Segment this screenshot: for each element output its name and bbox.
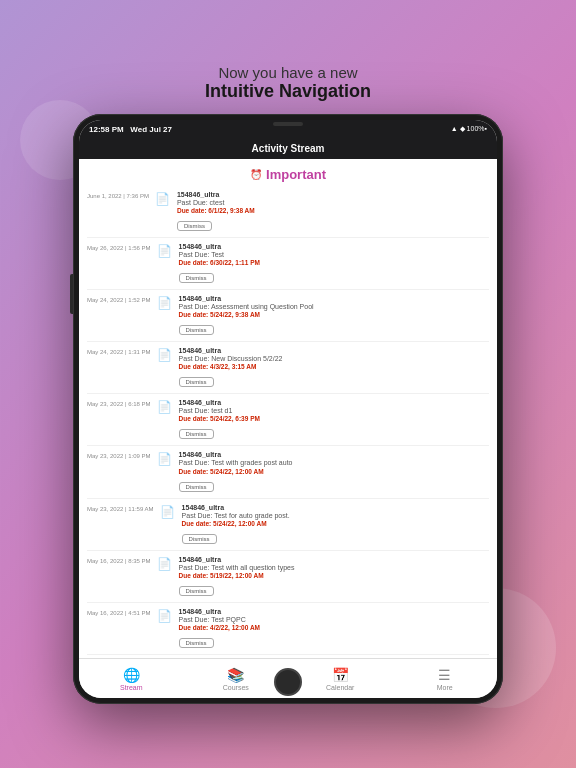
tab-calendar[interactable]: 📅 Calendar — [288, 659, 393, 698]
item-body: 154846_ultra Past Due: New Discussion 5/… — [179, 347, 489, 388]
item-due: Due date: 5/24/22, 12:00 AM — [179, 468, 489, 475]
status-icons: ▲ ◆ 100%▪ — [451, 125, 487, 133]
stream-item: May 23, 2022 | 6:18 PM 📄 154846_ultra Pa… — [87, 394, 489, 446]
dismiss-button[interactable]: Dismiss — [177, 221, 212, 231]
item-icon: 📄 — [157, 556, 173, 572]
item-date: May 24, 2022 | 1:52 PM — [87, 295, 151, 304]
stream-item: May 16, 2022 | 4:51 PM 📄 154846_ultra Pa… — [87, 603, 489, 655]
tab-icon: ☰ — [438, 667, 451, 683]
item-desc: Past Due: Assessment using Question Pool — [179, 302, 489, 311]
item-course: 154846_ultra — [179, 399, 489, 406]
tab-icon: 📚 — [227, 667, 244, 683]
item-date: May 23, 2022 | 11:59 AM — [87, 504, 154, 513]
item-course: 154846_ultra — [179, 347, 489, 354]
header-title: Intuitive Navigation — [205, 81, 371, 102]
item-date: May 16, 2022 | 4:51 PM — [87, 608, 151, 617]
dismiss-button[interactable]: Dismiss — [179, 377, 214, 387]
item-course: 154846_ultra — [179, 608, 489, 615]
item-desc: Past Due: ctest — [177, 198, 489, 207]
item-due: Due date: 5/24/22, 6:39 PM — [179, 415, 489, 422]
item-body: 154846_ultra Past Due: Test Due date: 6/… — [179, 243, 489, 284]
nav-title: Activity Stream — [252, 143, 325, 154]
item-course: 154846_ultra — [179, 243, 489, 250]
tab-label: Stream — [120, 684, 143, 691]
tab-more[interactable]: ☰ More — [393, 659, 498, 698]
important-label: Important — [266, 167, 326, 182]
important-header: ⏰ Important — [79, 159, 497, 186]
item-desc: Past Due: Test with grades post auto — [179, 458, 489, 467]
stream-item: May 24, 2022 | 1:52 PM 📄 154846_ultra Pa… — [87, 290, 489, 342]
tab-icon: 📅 — [332, 667, 349, 683]
item-icon: 📄 — [157, 608, 173, 624]
item-desc: Past Due: Test — [179, 250, 489, 259]
stream-list: June 1, 2022 | 7:36 PM 📄 154846_ultra Pa… — [79, 186, 497, 658]
item-icon: 📄 — [157, 243, 173, 259]
item-body: 154846_ultra Past Due: Test for auto gra… — [182, 504, 489, 545]
item-date: May 23, 2022 | 6:18 PM — [87, 399, 151, 408]
tab-label: More — [437, 684, 453, 691]
item-due: Due date: 6/1/22, 9:38 AM — [177, 207, 489, 214]
item-date: June 1, 2022 | 7:36 PM — [87, 191, 149, 200]
item-icon: 📄 — [157, 451, 173, 467]
tab-stream[interactable]: 🌐 Stream — [79, 659, 184, 698]
item-icon: 📄 — [157, 295, 173, 311]
item-icon: 📄 — [155, 191, 171, 207]
tab-label: Calendar — [326, 684, 354, 691]
stream-item: May 16, 2022 | 8:35 PM 📄 154846_ultra Pa… — [87, 551, 489, 603]
home-button[interactable] — [274, 668, 302, 696]
item-date: May 26, 2022 | 1:56 PM — [87, 243, 151, 252]
speaker — [273, 122, 303, 126]
item-date: May 24, 2022 | 1:31 PM — [87, 347, 151, 356]
dismiss-button[interactable]: Dismiss — [182, 534, 217, 544]
item-due: Due date: 5/19/22, 12:00 AM — [179, 572, 489, 579]
stream-item: June 1, 2022 | 7:36 PM 📄 154846_ultra Pa… — [87, 186, 489, 238]
item-body: 154846_ultra Past Due: Test PQPC Due dat… — [179, 608, 489, 649]
item-icon: 📄 — [160, 504, 176, 520]
stream-item: May 23, 2022 | 11:59 AM 📄 154846_ultra P… — [87, 499, 489, 551]
item-body: 154846_ultra Past Due: Test with all que… — [179, 556, 489, 597]
main-content: ⏰ Important June 1, 2022 | 7:36 PM 📄 154… — [79, 159, 497, 658]
item-body: 154846_ultra Past Due: Assessment using … — [179, 295, 489, 336]
item-desc: Past Due: Test with all question types — [179, 563, 489, 572]
tab-courses[interactable]: 📚 Courses — [184, 659, 289, 698]
stream-item: May 24, 2022 | 1:31 PM 📄 154846_ultra Pa… — [87, 342, 489, 394]
status-time: 12:58 PM Wed Jul 27 — [89, 125, 172, 134]
dismiss-button[interactable]: Dismiss — [179, 638, 214, 648]
item-due: Due date: 5/24/22, 12:00 AM — [182, 520, 489, 527]
ipad-screen: 12:58 PM Wed Jul 27 ▲ ◆ 100%▪ Activity S… — [79, 120, 497, 698]
item-course: 154846_ultra — [179, 295, 489, 302]
item-desc: Past Due: Test for auto grade post. — [182, 511, 489, 520]
item-due: Due date: 4/2/22, 12:00 AM — [179, 624, 489, 631]
tab-label: Courses — [223, 684, 249, 691]
dismiss-button[interactable]: Dismiss — [179, 482, 214, 492]
dismiss-button[interactable]: Dismiss — [179, 429, 214, 439]
stream-item: May 26, 2022 | 1:56 PM 📄 154846_ultra Pa… — [87, 238, 489, 290]
dismiss-button[interactable]: Dismiss — [179, 325, 214, 335]
item-date: May 16, 2022 | 8:35 PM — [87, 556, 151, 565]
ipad-frame: 12:58 PM Wed Jul 27 ▲ ◆ 100%▪ Activity S… — [73, 114, 503, 704]
item-date: May 23, 2022 | 1:09 PM — [87, 451, 151, 460]
item-due: Due date: 5/24/22, 9:38 AM — [179, 311, 489, 318]
dismiss-button[interactable]: Dismiss — [179, 586, 214, 596]
item-due: Due date: 6/30/22, 1:11 PM — [179, 259, 489, 266]
item-course: 154846_ultra — [182, 504, 489, 511]
dismiss-button[interactable]: Dismiss — [179, 273, 214, 283]
nav-header: Activity Stream — [79, 138, 497, 159]
tab-icon: 🌐 — [123, 667, 140, 683]
page-header: Now you have a new Intuitive Navigation — [205, 64, 371, 102]
item-course: 154846_ultra — [179, 556, 489, 563]
header-subtitle: Now you have a new — [205, 64, 371, 81]
item-course: 154846_ultra — [179, 451, 489, 458]
alert-icon: ⏰ — [250, 169, 262, 180]
stream-item: May 23, 2022 | 1:09 PM 📄 154846_ultra Pa… — [87, 446, 489, 498]
item-icon: 📄 — [157, 347, 173, 363]
item-body: 154846_ultra Past Due: ctest Due date: 6… — [177, 191, 489, 232]
item-course: 154846_ultra — [177, 191, 489, 198]
item-desc: Past Due: test d1 — [179, 406, 489, 415]
item-body: 154846_ultra Past Due: Test with grades … — [179, 451, 489, 492]
item-body: 154846_ultra Past Due: test d1 Due date:… — [179, 399, 489, 440]
item-icon: 📄 — [157, 399, 173, 415]
item-due: Due date: 4/3/22, 3:15 AM — [179, 363, 489, 370]
item-desc: Past Due: New Discussion 5/2/22 — [179, 354, 489, 363]
item-desc: Past Due: Test PQPC — [179, 615, 489, 624]
